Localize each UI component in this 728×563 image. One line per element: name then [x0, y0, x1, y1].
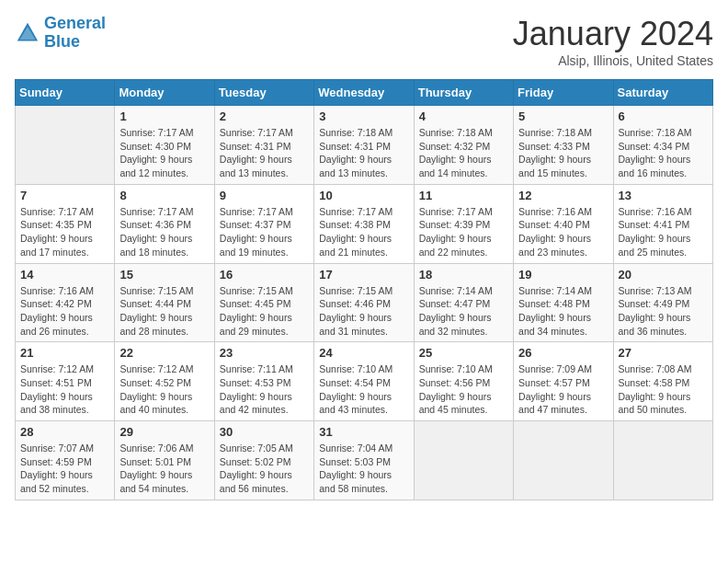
day-info: Sunrise: 7:18 AMSunset: 4:32 PMDaylight:… — [419, 126, 508, 180]
weekday-header-thursday: Thursday — [414, 80, 513, 106]
day-number: 20 — [619, 268, 708, 282]
calendar-cell: 16Sunrise: 7:15 AMSunset: 4:45 PMDayligh… — [214, 263, 313, 342]
day-info: Sunrise: 7:14 AMSunset: 4:48 PMDaylight:… — [518, 284, 608, 339]
calendar-cell: 4Sunrise: 7:18 AMSunset: 4:32 PMDaylight… — [414, 106, 513, 185]
day-number: 16 — [220, 268, 309, 282]
day-info: Sunrise: 7:17 AMSunset: 4:35 PMDaylight:… — [20, 205, 109, 259]
title-area: January 2024 Alsip, Illinois, United Sta… — [513, 15, 713, 68]
calendar-cell: 9Sunrise: 7:17 AMSunset: 4:37 PMDaylight… — [214, 184, 313, 263]
calendar-cell: 11Sunrise: 7:17 AMSunset: 4:39 PMDayligh… — [414, 184, 513, 263]
day-number: 4 — [419, 109, 508, 123]
calendar-subtitle: Alsip, Illinois, United States — [513, 53, 713, 68]
calendar-table: SundayMondayTuesdayWednesdayThursdayFrid… — [15, 79, 713, 500]
header: General Blue January 2024 Alsip, Illinoi… — [15, 15, 713, 68]
weekday-header-sunday: Sunday — [16, 80, 115, 106]
logo-blue: Blue — [44, 32, 80, 51]
calendar-cell: 20Sunrise: 7:13 AMSunset: 4:49 PMDayligh… — [613, 263, 712, 342]
day-info: Sunrise: 7:17 AMSunset: 4:37 PMDaylight:… — [220, 205, 309, 259]
day-number: 5 — [518, 109, 608, 123]
day-number: 2 — [220, 109, 309, 123]
calendar-cell: 26Sunrise: 7:09 AMSunset: 4:57 PMDayligh… — [514, 342, 613, 421]
day-number: 23 — [220, 346, 309, 360]
calendar-cell: 29Sunrise: 7:06 AMSunset: 5:01 PMDayligh… — [115, 421, 214, 500]
day-number: 29 — [119, 425, 209, 439]
calendar-cell: 10Sunrise: 7:17 AMSunset: 4:38 PMDayligh… — [314, 184, 414, 263]
logo: General Blue — [15, 15, 106, 52]
calendar-cell — [514, 421, 613, 500]
logo-text: General Blue — [44, 15, 106, 52]
weekday-header-friday: Friday — [514, 80, 613, 106]
calendar-cell: 6Sunrise: 7:18 AMSunset: 4:34 PMDaylight… — [613, 106, 712, 185]
day-info: Sunrise: 7:09 AMSunset: 4:57 PMDaylight:… — [518, 362, 608, 417]
day-number: 10 — [319, 189, 408, 202]
calendar-cell: 3Sunrise: 7:18 AMSunset: 4:31 PMDaylight… — [314, 106, 414, 185]
weekday-header-tuesday: Tuesday — [214, 80, 313, 106]
day-number: 22 — [119, 346, 209, 360]
weekday-header-saturday: Saturday — [613, 80, 712, 106]
weekday-header-monday: Monday — [115, 80, 214, 106]
week-row-5: 28Sunrise: 7:07 AMSunset: 4:59 PMDayligh… — [16, 421, 713, 500]
day-number: 8 — [119, 189, 209, 202]
day-info: Sunrise: 7:10 AMSunset: 4:54 PMDaylight:… — [319, 362, 408, 417]
day-info: Sunrise: 7:17 AMSunset: 4:36 PMDaylight:… — [119, 205, 209, 259]
calendar-cell: 13Sunrise: 7:16 AMSunset: 4:41 PMDayligh… — [613, 184, 712, 263]
day-number: 7 — [20, 189, 109, 202]
day-info: Sunrise: 7:17 AMSunset: 4:39 PMDaylight:… — [419, 205, 508, 259]
day-number: 26 — [518, 346, 608, 360]
day-number: 15 — [119, 268, 209, 282]
day-info: Sunrise: 7:10 AMSunset: 4:56 PMDaylight:… — [419, 362, 508, 417]
day-number: 12 — [518, 189, 608, 202]
day-number: 19 — [518, 268, 608, 282]
day-info: Sunrise: 7:16 AMSunset: 4:42 PMDaylight:… — [20, 284, 109, 339]
day-number: 11 — [419, 189, 508, 202]
day-number: 25 — [419, 346, 508, 360]
day-info: Sunrise: 7:15 AMSunset: 4:46 PMDaylight:… — [319, 284, 408, 339]
day-number: 27 — [619, 346, 708, 360]
calendar-cell: 18Sunrise: 7:14 AMSunset: 4:47 PMDayligh… — [414, 263, 513, 342]
calendar-cell: 31Sunrise: 7:04 AMSunset: 5:03 PMDayligh… — [314, 421, 414, 500]
day-info: Sunrise: 7:18 AMSunset: 4:33 PMDaylight:… — [518, 126, 608, 180]
day-info: Sunrise: 7:14 AMSunset: 4:47 PMDaylight:… — [419, 284, 508, 339]
day-number: 18 — [419, 268, 508, 282]
logo-general: General — [44, 14, 106, 32]
day-info: Sunrise: 7:17 AMSunset: 4:38 PMDaylight:… — [319, 205, 408, 259]
day-info: Sunrise: 7:16 AMSunset: 4:40 PMDaylight:… — [518, 205, 608, 259]
day-info: Sunrise: 7:08 AMSunset: 4:58 PMDaylight:… — [619, 362, 708, 417]
day-info: Sunrise: 7:05 AMSunset: 5:02 PMDaylight:… — [220, 442, 309, 496]
week-row-2: 7Sunrise: 7:17 AMSunset: 4:35 PMDaylight… — [16, 184, 713, 263]
calendar-cell: 22Sunrise: 7:12 AMSunset: 4:52 PMDayligh… — [115, 342, 214, 421]
calendar-cell: 2Sunrise: 7:17 AMSunset: 4:31 PMDaylight… — [214, 106, 313, 185]
calendar-cell — [613, 421, 712, 500]
calendar-cell — [16, 106, 115, 185]
calendar-cell: 7Sunrise: 7:17 AMSunset: 4:35 PMDaylight… — [16, 184, 115, 263]
calendar-cell: 19Sunrise: 7:14 AMSunset: 4:48 PMDayligh… — [514, 263, 613, 342]
weekday-header-wednesday: Wednesday — [314, 80, 414, 106]
day-info: Sunrise: 7:18 AMSunset: 4:34 PMDaylight:… — [619, 126, 708, 180]
day-info: Sunrise: 7:16 AMSunset: 4:41 PMDaylight:… — [619, 205, 708, 259]
day-info: Sunrise: 7:07 AMSunset: 4:59 PMDaylight:… — [20, 442, 109, 496]
calendar-cell — [414, 421, 513, 500]
week-row-1: 1Sunrise: 7:17 AMSunset: 4:30 PMDaylight… — [16, 106, 713, 185]
day-number: 24 — [319, 346, 408, 360]
calendar-cell: 5Sunrise: 7:18 AMSunset: 4:33 PMDaylight… — [514, 106, 613, 185]
day-number: 17 — [319, 268, 408, 282]
day-number: 6 — [619, 109, 708, 123]
calendar-cell: 27Sunrise: 7:08 AMSunset: 4:58 PMDayligh… — [613, 342, 712, 421]
day-number: 21 — [20, 346, 109, 360]
day-info: Sunrise: 7:06 AMSunset: 5:01 PMDaylight:… — [119, 442, 209, 496]
calendar-cell: 25Sunrise: 7:10 AMSunset: 4:56 PMDayligh… — [414, 342, 513, 421]
calendar-cell: 24Sunrise: 7:10 AMSunset: 4:54 PMDayligh… — [314, 342, 414, 421]
day-number: 14 — [20, 268, 109, 282]
logo-icon — [15, 20, 40, 46]
day-info: Sunrise: 7:13 AMSunset: 4:49 PMDaylight:… — [619, 284, 708, 339]
day-number: 30 — [220, 425, 309, 439]
calendar-cell: 8Sunrise: 7:17 AMSunset: 4:36 PMDaylight… — [115, 184, 214, 263]
day-number: 3 — [319, 109, 408, 123]
day-number: 28 — [20, 425, 109, 439]
calendar-title: January 2024 — [513, 15, 713, 53]
calendar-cell: 23Sunrise: 7:11 AMSunset: 4:53 PMDayligh… — [214, 342, 313, 421]
day-info: Sunrise: 7:11 AMSunset: 4:53 PMDaylight:… — [220, 362, 309, 417]
day-number: 13 — [619, 189, 708, 202]
day-info: Sunrise: 7:12 AMSunset: 4:52 PMDaylight:… — [119, 362, 209, 417]
day-info: Sunrise: 7:17 AMSunset: 4:30 PMDaylight:… — [119, 126, 209, 180]
